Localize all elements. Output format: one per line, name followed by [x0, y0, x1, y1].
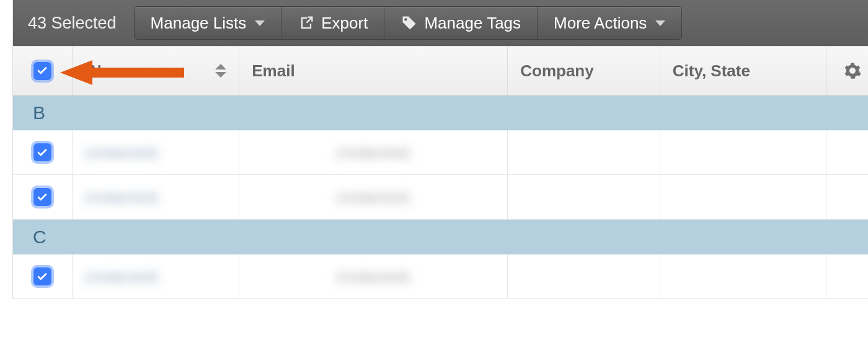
export-icon: [298, 14, 315, 32]
row-name: (redacted): [85, 189, 159, 206]
manage-lists-label: Manage Lists: [151, 14, 247, 33]
column-header-city-state[interactable]: City, State: [660, 47, 826, 95]
export-button[interactable]: Export: [281, 7, 384, 39]
table-row[interactable]: (redacted) (redacted): [13, 175, 868, 220]
selected-count-label: 43 Selected: [28, 14, 117, 33]
row-name: (redacted): [85, 144, 159, 161]
column-header-email-label: Email: [252, 61, 294, 81]
manage-lists-button[interactable]: Manage Lists: [135, 7, 282, 39]
export-label: Export: [321, 14, 368, 33]
column-header-city-state-label: City, State: [673, 61, 750, 81]
sort-icon: [215, 64, 226, 78]
svg-point-0: [405, 18, 407, 20]
group-letter: C: [33, 226, 46, 248]
row-checkbox[interactable]: [33, 188, 51, 206]
table-header: Name Email Company City, State: [13, 46, 868, 96]
column-header-name[interactable]: Name: [73, 47, 239, 95]
row-checkbox[interactable]: [33, 143, 51, 161]
manage-tags-label: Manage Tags: [424, 14, 521, 33]
action-bar: 43 Selected Manage Lists Export: [13, 0, 868, 46]
row-name: (redacted): [85, 268, 159, 285]
manage-tags-button[interactable]: Manage Tags: [384, 7, 538, 39]
select-all-cell: [13, 47, 73, 95]
table-row[interactable]: (redacted) (redacted): [13, 254, 868, 299]
row-email: (redacted): [337, 144, 410, 161]
row-email: (redacted): [337, 189, 410, 206]
column-header-company-label: Company: [520, 61, 593, 81]
group-header: B: [13, 96, 868, 130]
row-email: (redacted): [337, 268, 410, 285]
table-row[interactable]: (redacted) (redacted): [13, 130, 868, 175]
select-all-checkbox[interactable]: [33, 62, 51, 80]
action-button-group: Manage Lists Export: [134, 6, 683, 40]
group-header: C: [13, 220, 868, 254]
group-letter: B: [33, 102, 45, 123]
chevron-down-icon: [255, 20, 265, 26]
more-actions-button[interactable]: More Actions: [538, 7, 681, 39]
column-header-email[interactable]: Email: [239, 47, 508, 95]
row-checkbox[interactable]: [33, 267, 51, 285]
column-header-name-label: Name: [90, 61, 134, 81]
contacts-panel: 43 Selected Manage Lists Export: [12, 0, 868, 299]
more-actions-label: More Actions: [554, 14, 647, 33]
column-header-company[interactable]: Company: [508, 47, 660, 95]
tag-icon: [401, 14, 418, 32]
chevron-down-icon: [655, 20, 665, 26]
gear-icon: [843, 61, 862, 80]
column-settings-button[interactable]: [826, 47, 868, 95]
